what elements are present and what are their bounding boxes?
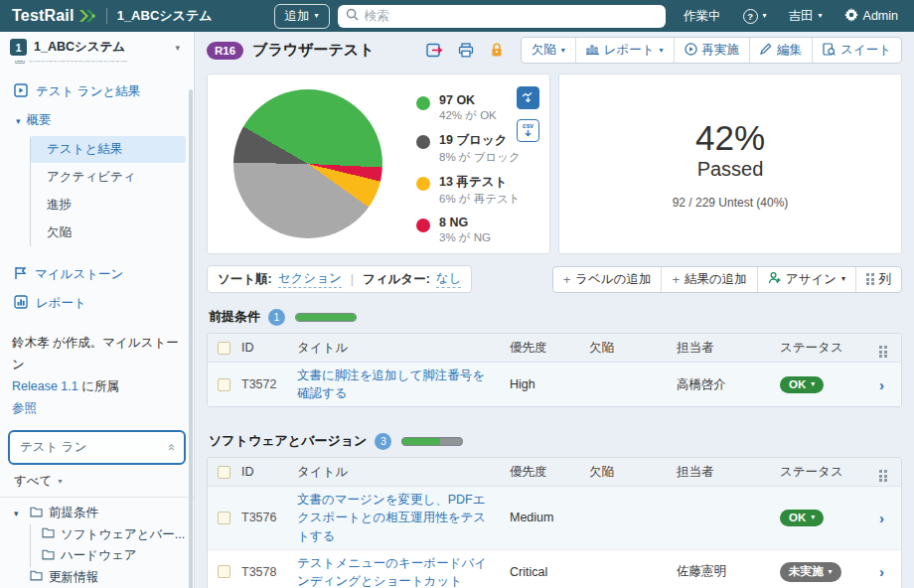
table-columns-icon[interactable] <box>875 334 901 362</box>
report-label: レポート <box>604 42 655 59</box>
row-checkbox[interactable] <box>218 512 230 524</box>
column-header-defect[interactable]: 欠陥 <box>585 336 673 361</box>
sidebar-item-label: レポート <box>36 295 86 312</box>
rerun-button[interactable]: 再実施 <box>675 38 751 63</box>
assign-person-icon <box>768 271 781 287</box>
help-menu[interactable]: ? ▾ <box>743 9 767 24</box>
table-columns-icon[interactable] <box>875 458 901 486</box>
row-open-chevron[interactable]: › <box>875 372 901 397</box>
plus-icon: + <box>672 273 680 286</box>
test-title-link[interactable]: テストメニューのキーボードバインディングとショートカット <box>297 554 502 588</box>
row-checkbox[interactable] <box>218 378 230 391</box>
sidebar-item-reports[interactable]: レポート <box>0 289 194 318</box>
sidebar-item-sub[interactable]: 進捗 <box>31 192 186 219</box>
add-button[interactable]: 追加 ▾ <box>274 4 330 29</box>
header-project-name[interactable]: 1_ABCシステム <box>117 7 213 25</box>
status-badge[interactable]: OK▾ <box>780 376 824 393</box>
tree-item[interactable]: 更新情報 <box>0 567 194 588</box>
column-header-assignee[interactable]: 担当者 <box>673 336 776 361</box>
filter-value-link[interactable]: なし <box>436 270 462 288</box>
suite-button[interactable]: スイート <box>813 38 901 63</box>
sidebar-item-selected[interactable]: テストと結果 <box>31 136 186 163</box>
tree-caret-icon[interactable]: ▾ <box>14 509 24 518</box>
test-title-link[interactable]: 文書に脚注を追加して脚注番号を確認する <box>297 367 502 402</box>
collapse-icon[interactable]: » <box>163 444 178 451</box>
select-all-checkbox[interactable] <box>218 466 230 479</box>
sidebar-scrollbar[interactable] <box>189 89 193 588</box>
report-button[interactable]: レポート ▾ <box>576 38 675 63</box>
meta-suffix: に所属 <box>78 379 119 393</box>
test-title-link[interactable]: 文書のマージンを変更し、PDFエクスポートとの相互運用性をテストする <box>297 491 502 544</box>
runs-filter-all[interactable]: すべて ▾ <box>0 465 194 498</box>
column-header-priority[interactable]: 優先度 <box>506 460 585 485</box>
testrail-logo[interactable]: TestRail <box>12 7 96 25</box>
row-checkbox[interactable] <box>218 565 230 578</box>
sidebar-item-milestones[interactable]: マイルストーン <box>0 260 194 289</box>
print-icon[interactable] <box>455 40 477 62</box>
column-header-status[interactable]: ステータス <box>776 336 875 361</box>
columns-button[interactable]: 列 <box>856 267 901 292</box>
row-open-chevron[interactable]: › <box>875 559 901 584</box>
status-badge[interactable]: OK▾ <box>780 510 824 526</box>
defect-value <box>585 380 673 388</box>
column-header-assignee[interactable]: 担当者 <box>673 460 776 485</box>
section-header: 前提条件1 <box>209 308 902 326</box>
select-all-checkbox[interactable] <box>218 342 230 355</box>
table-row[interactable]: T3578テストメニューのキーボードバインディングとショートカットCritica… <box>208 550 901 588</box>
column-header-title[interactable]: タイトル <box>293 336 506 361</box>
add-result-button[interactable]: + 結果の追加 <box>662 267 757 292</box>
chevron-down-icon: ▾ <box>175 43 180 53</box>
test-runs-panel-header[interactable]: テスト ラン » <box>8 430 186 465</box>
column-header-defect[interactable]: 欠陥 <box>585 460 673 485</box>
column-header-id[interactable]: ID <box>237 461 293 483</box>
tree-item[interactable]: ハードウェア <box>0 545 194 567</box>
table-row[interactable]: T3572文書に脚注を追加して脚注番号を確認するHigh高橋啓介OK▾› <box>208 363 901 406</box>
milestone-link[interactable]: Release 1.1 <box>12 379 78 393</box>
status-badge[interactable]: 未実施▾ <box>780 562 841 582</box>
search-box[interactable] <box>338 5 666 28</box>
download-csv-button[interactable]: csv <box>517 119 539 142</box>
tree-item[interactable]: ソフトウェアとバー... <box>0 524 194 546</box>
sidebar-item-runs-results[interactable]: テスト ランと結果 <box>0 77 194 106</box>
edit-button[interactable]: 編集 <box>750 38 813 63</box>
legend-percent: 3% が NG <box>439 230 491 245</box>
folder-icon <box>42 527 55 541</box>
search-input[interactable] <box>365 9 658 23</box>
sidebar-project-selector[interactable]: 1 1_ABCシステム ▾ <box>0 32 194 61</box>
legend-item: 8 NG3% が NG <box>416 216 521 245</box>
chevron-down-icon: ▾ <box>315 12 319 20</box>
assign-button[interactable]: アサイン ▾ <box>758 267 856 292</box>
column-header-status[interactable]: ステータス <box>776 460 875 485</box>
admin-menu[interactable]: Admin <box>844 8 898 25</box>
sidebar-item-sub[interactable]: 欠陥 <box>31 220 186 246</box>
section-count-badge: 1 <box>268 309 285 326</box>
play-circle-icon <box>685 43 697 59</box>
working-status[interactable]: 作業中 <box>684 8 721 25</box>
export-icon[interactable] <box>424 40 446 62</box>
status-chart-card: 97 OK42% が OK19 ブロック8% が ブロック13 再テスト6% が… <box>207 74 550 254</box>
user-name: 吉田 <box>789 8 814 25</box>
assignee-value: 高橋啓介 <box>673 372 776 397</box>
lock-icon[interactable] <box>486 40 508 62</box>
sort-value-link[interactable]: セクション <box>278 270 342 288</box>
status-pie-chart[interactable] <box>233 89 382 238</box>
reference-link[interactable]: 参照 <box>12 401 37 415</box>
download-chart-button[interactable] <box>517 86 539 109</box>
header-divider <box>106 8 107 24</box>
column-header-priority[interactable]: 優先度 <box>506 336 585 361</box>
run-id-badge: R16 <box>207 42 243 60</box>
sidebar-item-overview[interactable]: ▾ 概要 <box>0 106 194 135</box>
add-label-button[interactable]: + ラベルの追加 <box>553 267 663 292</box>
columns-text: 列 <box>879 271 892 288</box>
column-header-title[interactable]: タイトル <box>293 460 506 485</box>
runs-filter-label: すべて <box>14 473 52 490</box>
table-row[interactable]: T3576文書のマージンを変更し、PDFエクスポートとの相互運用性をテストするM… <box>208 487 901 549</box>
search-icon <box>346 8 359 24</box>
tree-item[interactable]: ▾前提条件 <box>0 503 194 524</box>
user-menu[interactable]: 吉田 ▾ <box>789 8 823 25</box>
column-header-id[interactable]: ID <box>237 337 293 359</box>
defects-button[interactable]: 欠陥 ▾ <box>522 38 576 63</box>
assignee-value: 佐藤憲明 <box>673 559 776 584</box>
sidebar-item-sub[interactable]: アクティビティ <box>31 164 186 191</box>
row-open-chevron[interactable]: › <box>875 506 901 530</box>
